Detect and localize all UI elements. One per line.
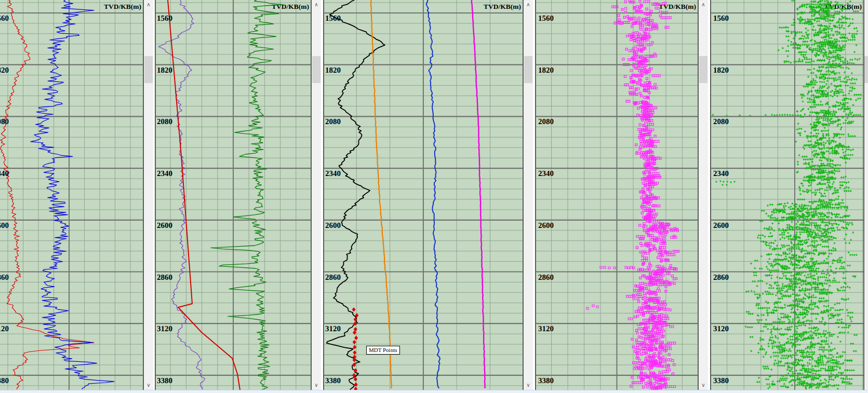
depth-tick-label: 1820 xyxy=(538,66,554,74)
chevron-up-icon: ∧ xyxy=(701,2,705,7)
mdt-points-annotation: MDT Points xyxy=(366,346,400,355)
depth-tick-label: 3120 xyxy=(713,324,729,333)
track-5-scrollbar[interactable] xyxy=(864,0,868,390)
depth-tick-label: 3380 xyxy=(713,376,729,385)
depth-tick-label: 3380 xyxy=(538,376,554,385)
track-4-plot[interactable]: TVD/KB(m)1560182020802340260028603120338… xyxy=(535,0,699,390)
depth-tick-label: 2600 xyxy=(157,221,172,229)
depth-tick-label: 2340 xyxy=(538,169,554,178)
chevron-down-icon: ∨ xyxy=(701,383,705,388)
chevron-down-icon: ∨ xyxy=(146,383,150,388)
depth-tick-label: 3380 xyxy=(325,376,341,385)
log-track-2: TVD/KB(m)1560182020802340260028603120338… xyxy=(155,0,312,390)
depth-tick-label: 2860 xyxy=(0,273,9,281)
scrollbar-thumb[interactable] xyxy=(524,56,532,83)
horizontal-scrollbar-area[interactable] xyxy=(0,390,868,393)
log-track-5: TVD/KB(m)1560182020802340260028603120338… xyxy=(710,0,864,390)
track-3-scrollbar[interactable]: ∧ ∨ xyxy=(524,0,533,390)
scroll-up-button[interactable]: ∧ xyxy=(524,1,533,9)
track-5-plot[interactable]: TVD/KB(m)1560182020802340260028603120338… xyxy=(710,0,864,390)
depth-tick-label: 2080 xyxy=(0,117,9,126)
depth-axis-header: TVD/KB(m) xyxy=(104,3,141,10)
depth-tick-label: 2340 xyxy=(325,169,341,178)
depth-tick-label: 1560 xyxy=(713,14,729,22)
depth-tick-label: 3120 xyxy=(0,324,9,333)
depth-tick-label: 2340 xyxy=(0,169,9,178)
depth-tick-label: 1560 xyxy=(325,14,341,22)
log-track-1: TVD/KB(m)1560182020802340260028603120338… xyxy=(0,0,144,390)
depth-tick-label: 2600 xyxy=(538,221,554,229)
depth-tick-label: 2860 xyxy=(325,273,341,281)
depth-tick-label: 2080 xyxy=(325,117,341,126)
depth-tick-label: 1820 xyxy=(713,66,729,74)
scroll-up-button[interactable]: ∧ xyxy=(144,1,153,9)
track-2-plot[interactable]: TVD/KB(m)1560182020802340260028603120338… xyxy=(155,0,312,390)
well-log-viewer: TVD/KB(m)1560182020802340260028603120338… xyxy=(0,0,868,393)
chevron-down-icon: ∨ xyxy=(526,383,530,388)
scroll-up-button[interactable]: ∧ xyxy=(699,1,708,9)
chevron-up-icon: ∧ xyxy=(314,2,318,7)
log-track-4: TVD/KB(m)1560182020802340260028603120338… xyxy=(535,0,699,390)
depth-tick-label: 3120 xyxy=(325,324,341,333)
depth-tick-label: 2080 xyxy=(538,117,554,126)
track-3-plot[interactable]: TVD/KB(m)1560182020802340260028603120338… xyxy=(323,0,524,390)
track-1-scrollbar[interactable]: ∧ ∨ xyxy=(144,0,153,390)
track-2-scrollbar[interactable]: ∧ ∨ xyxy=(312,0,321,390)
depth-tick-label: 2340 xyxy=(157,169,172,178)
chevron-up-icon: ∧ xyxy=(146,2,150,7)
depth-tick-label: 2860 xyxy=(713,273,729,281)
track-1-plot[interactable]: TVD/KB(m)1560182020802340260028603120338… xyxy=(0,0,144,390)
scroll-down-button[interactable]: ∨ xyxy=(144,381,153,389)
scroll-down-button[interactable]: ∨ xyxy=(524,381,533,389)
scroll-up-button[interactable]: ∧ xyxy=(312,1,321,9)
log-track-3: TVD/KB(m)1560182020802340260028603120338… xyxy=(323,0,524,390)
scrollbar-thumb[interactable] xyxy=(144,56,153,83)
scrollbar-thumb[interactable] xyxy=(699,56,707,83)
track-4-scrollbar[interactable]: ∧ ∨ xyxy=(699,0,708,390)
depth-tick-label: 2080 xyxy=(157,117,172,126)
depth-tick-label: 1560 xyxy=(157,14,172,22)
chevron-down-icon: ∨ xyxy=(314,383,318,388)
depth-tick-label: 1820 xyxy=(157,66,172,74)
depth-tick-label: 1820 xyxy=(0,66,9,74)
depth-tick-label: 3380 xyxy=(0,376,9,385)
depth-tick-label: 2600 xyxy=(713,221,729,229)
scrollbar-thumb[interactable] xyxy=(864,56,868,83)
depth-tick-label: 1560 xyxy=(0,14,9,22)
scrollbar-thumb[interactable] xyxy=(312,56,321,83)
depth-tick-label: 2860 xyxy=(157,273,172,281)
depth-tick-label: 3380 xyxy=(157,376,172,385)
depth-tick-label: 3120 xyxy=(157,324,172,333)
depth-tick-label: 2600 xyxy=(325,221,341,229)
depth-tick-label: 3120 xyxy=(538,324,554,333)
depth-tick-label: 1560 xyxy=(538,14,554,22)
scroll-down-button[interactable]: ∨ xyxy=(699,381,708,389)
depth-tick-label: 2080 xyxy=(713,117,729,126)
depth-tick-label: 2860 xyxy=(538,273,554,281)
depth-tick-label: 1820 xyxy=(325,66,341,74)
depth-axis-header: TVD/KB(m) xyxy=(484,3,521,10)
chevron-up-icon: ∧ xyxy=(526,2,530,7)
depth-tick-label: 2600 xyxy=(0,221,9,229)
depth-tick-label: 2340 xyxy=(713,169,729,178)
scroll-down-button[interactable]: ∨ xyxy=(312,381,321,389)
